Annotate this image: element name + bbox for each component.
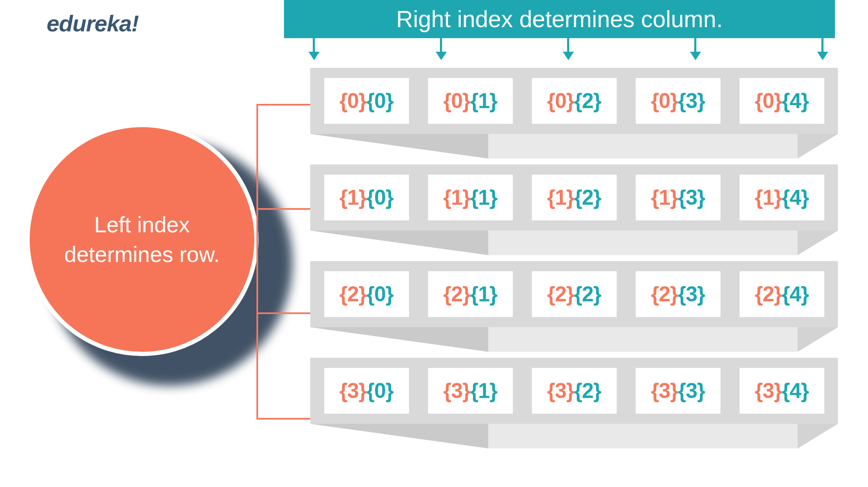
column-arrow-row — [314, 38, 822, 64]
grid-cell: {0}{4} — [740, 78, 824, 124]
row-connector — [256, 104, 312, 420]
cell-left-index: {1} — [755, 185, 782, 210]
grid-cell: {3}{3} — [636, 368, 721, 414]
row-wedge-icon — [310, 231, 838, 255]
column-header-text: Right index determines column. — [396, 6, 723, 33]
cell-left-index: {1} — [651, 185, 678, 210]
cell-right-index: {1} — [470, 185, 498, 210]
svg-marker-4 — [310, 231, 488, 255]
cell-right-index: {2} — [574, 282, 601, 306]
cell-left-index: {2} — [651, 282, 678, 306]
row-wedge-icon — [310, 134, 838, 159]
cell-right-index: {2} — [574, 185, 601, 210]
cell-right-index: {4} — [782, 282, 809, 306]
cell-left-index: {2} — [339, 282, 367, 306]
grid-cell: {1}{3} — [636, 175, 721, 220]
grid-cell: {1}{4} — [740, 175, 824, 220]
grid-row-wrap: {2}{0} {2}{1} {2}{2} {2}{3} {2}{4} — [310, 261, 838, 327]
grid-row-wrap: {1}{0} {1}{1} {1}{2} {1}{3} {1}{4} — [310, 164, 838, 231]
cell-right-index: {2} — [574, 89, 601, 113]
connector-branch — [256, 208, 312, 210]
cell-left-index: {0} — [755, 89, 782, 113]
cell-left-index: {1} — [443, 185, 470, 210]
cell-right-index: {4} — [782, 185, 809, 210]
cell-left-index: {3} — [443, 378, 470, 403]
grid-cell: {1}{2} — [532, 175, 617, 220]
grid-cell: {3}{2} — [532, 368, 617, 414]
svg-marker-8 — [798, 327, 838, 352]
grid-cell: {2}{2} — [532, 271, 617, 317]
connector-branch — [256, 104, 312, 106]
cell-left-index: {0} — [547, 89, 574, 113]
column-header-box: Right index determines column. — [284, 0, 835, 38]
svg-marker-7 — [310, 327, 488, 352]
grid-cell: {3}{0} — [324, 368, 409, 414]
cell-right-index: {0} — [367, 89, 394, 113]
cell-right-index: {1} — [470, 282, 498, 306]
grid-cell: {0}{2} — [532, 78, 617, 124]
grid-cell: {0}{0} — [324, 78, 409, 124]
svg-marker-5 — [798, 231, 838, 255]
grid-cell: {1}{1} — [428, 175, 513, 220]
svg-marker-2 — [798, 134, 838, 159]
index-grid: {0}{0} {0}{1} {0}{2} {0}{3} {0}{4} {1}{0… — [310, 68, 838, 424]
svg-marker-10 — [310, 424, 488, 448]
cell-right-index: {4} — [782, 378, 809, 403]
grid-cell: {3}{4} — [740, 368, 824, 414]
cell-right-index: {0} — [367, 282, 394, 306]
cell-right-index: {3} — [678, 378, 705, 403]
cell-left-index: {0} — [339, 89, 367, 113]
cell-left-index: {3} — [547, 378, 574, 403]
cell-right-index: {3} — [678, 282, 705, 306]
grid-cell: {0}{1} — [428, 78, 513, 124]
cell-right-index: {3} — [678, 185, 705, 210]
grid-cell: {3}{1} — [428, 368, 513, 414]
cell-right-index: {1} — [470, 89, 498, 113]
cell-right-index: {0} — [367, 185, 394, 210]
cell-right-index: {1} — [470, 378, 498, 403]
grid-cell: {2}{1} — [428, 271, 513, 317]
cell-left-index: {2} — [443, 282, 470, 306]
grid-cell: {1}{0} — [324, 175, 409, 220]
cell-left-index: {3} — [339, 378, 367, 403]
svg-marker-1 — [310, 134, 488, 159]
cell-left-index: {1} — [547, 185, 574, 210]
row-index-circle: Left indexdetermines row. — [25, 123, 259, 356]
grid-cell: {2}{4} — [740, 271, 824, 317]
cell-left-index: {0} — [443, 89, 470, 113]
grid-cell: {2}{3} — [636, 271, 721, 317]
brand-logo: edureka! — [47, 10, 139, 36]
cell-left-index: {2} — [547, 282, 574, 306]
grid-row: {1}{0} {1}{1} {1}{2} {1}{3} {1}{4} — [310, 164, 838, 231]
cell-left-index: {0} — [651, 89, 678, 113]
grid-row-wrap: {0}{0} {0}{1} {0}{2} {0}{3} {0}{4} — [310, 68, 838, 134]
grid-cell: {2}{0} — [324, 271, 409, 317]
cell-right-index: {4} — [782, 89, 809, 113]
cell-right-index: {3} — [678, 89, 705, 113]
cell-left-index: {1} — [339, 185, 367, 210]
grid-row: {0}{0} {0}{1} {0}{2} {0}{3} {0}{4} — [310, 68, 838, 134]
grid-row-wrap: {3}{0} {3}{1} {3}{2} {3}{3} {3}{4} — [310, 358, 838, 424]
cell-right-index: {2} — [574, 378, 601, 403]
cell-left-index: {3} — [755, 378, 782, 403]
row-index-text: Left indexdetermines row. — [47, 210, 236, 269]
cell-left-index: {2} — [755, 282, 782, 306]
grid-row: {3}{0} {3}{1} {3}{2} {3}{3} {3}{4} — [310, 358, 838, 424]
grid-cell: {0}{3} — [636, 78, 721, 124]
connector-trunk — [256, 104, 258, 420]
svg-marker-11 — [798, 424, 838, 448]
grid-row: {2}{0} {2}{1} {2}{2} {2}{3} {2}{4} — [310, 261, 838, 327]
row-wedge-icon — [310, 327, 838, 352]
cell-right-index: {0} — [367, 378, 394, 403]
cell-left-index: {3} — [651, 378, 678, 403]
connector-branch — [256, 418, 312, 420]
connector-branch — [256, 312, 312, 314]
row-wedge-icon — [310, 424, 838, 448]
